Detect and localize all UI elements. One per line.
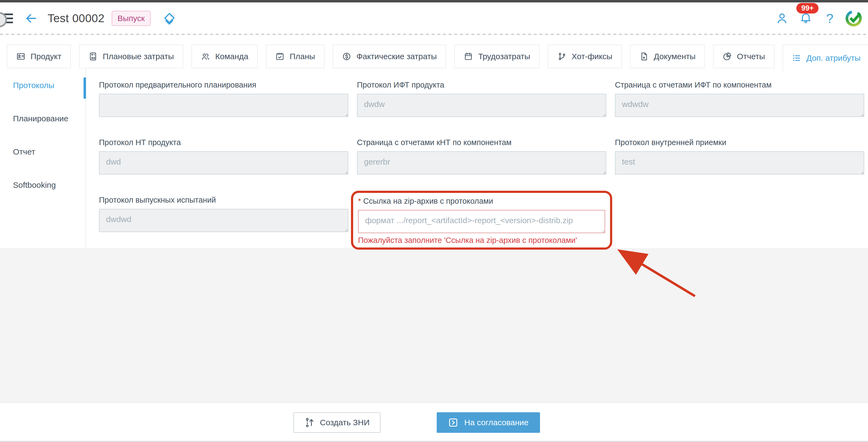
back-arrow-icon[interactable] (25, 12, 37, 24)
ift-protocol-input[interactable] (357, 94, 606, 117)
tab-product[interactable]: Продукт (7, 44, 71, 68)
calendar-check-icon (275, 52, 284, 61)
tab-documents[interactable]: Документы (630, 44, 705, 68)
top-strip (0, 0, 868, 2)
dollar-circle-icon (342, 52, 351, 61)
user-icon[interactable] (776, 12, 788, 25)
tab-reports[interactable]: Отчеты (713, 44, 774, 68)
calendar-icon (464, 52, 473, 61)
validation-error-message: Пожалуйста заполните 'Ссылка на zip-архи… (358, 236, 605, 245)
header: Test 00002 Выпуск 99+ ? (0, 2, 868, 34)
zip-archive-link-input[interactable] (358, 210, 605, 233)
field-nt-protocol: Протокол НТ продукта (99, 138, 348, 174)
tab-plans[interactable]: Планы (266, 44, 324, 68)
send-for-approval-button[interactable]: На согласование (437, 412, 540, 433)
field-knt-reports-page: Страница с отчетами кНТ по компонентам (357, 138, 606, 174)
tab-labor-costs[interactable]: Трудозатраты (454, 44, 539, 68)
annotation-arrow (606, 243, 709, 305)
tag-icon[interactable] (163, 12, 176, 25)
tab-bar: Продукт Плановые затраты Команда (0, 44, 868, 72)
ift-reports-page-input[interactable] (615, 94, 864, 117)
sidebar-item-planning[interactable]: Планирование (0, 114, 86, 147)
forward-chevron-icon (448, 417, 458, 428)
sidebar-item-protocols[interactable]: Протоколы (0, 81, 86, 114)
notification-count-badge: 99+ (796, 3, 818, 13)
divider-dashed (0, 34, 868, 35)
bottom-edge (0, 441, 868, 442)
sidebar-item-softbooking[interactable]: Softbooking (0, 180, 86, 214)
tab-actual-costs[interactable]: Фактические затраты (333, 44, 446, 68)
field-zip-archive-link: *Ссылка на zip-архив с протоколами Пожал… (357, 196, 606, 245)
pie-chart-icon (722, 52, 732, 61)
notifications-bell-icon[interactable]: 99+ (800, 12, 812, 25)
status-badge: Выпуск (112, 11, 151, 26)
preplanning-protocol-input[interactable] (99, 94, 348, 117)
attributes-form: Протокол предварительного планирования П… (86, 68, 868, 248)
tab-hotfixes[interactable]: Хот-фиксы (548, 44, 622, 68)
field-internal-acceptance-protocol: Протокол внутренней приемки (615, 138, 864, 174)
calculator-icon (88, 52, 98, 61)
knt-reports-page-input[interactable] (357, 151, 606, 174)
help-icon[interactable]: ? (826, 11, 833, 26)
page-background (0, 248, 868, 402)
page-title: Test 00002 (48, 12, 105, 25)
field-ift-protocol: Протокол ИФТ продукта (357, 80, 606, 117)
content-panel: Протоколы Планирование Отчет Softbooking… (0, 68, 868, 248)
tab-planned-costs[interactable]: Плановые затраты (79, 44, 183, 68)
field-preplanning-protocol: Протокол предварительного планирования (99, 80, 348, 117)
create-zni-button[interactable]: Создать ЗНИ (293, 412, 380, 433)
footer: Создать ЗНИ На согласование (0, 402, 868, 442)
document-plus-icon (640, 52, 649, 61)
create-request-icon (304, 417, 314, 428)
sidebar-item-report[interactable]: Отчет (0, 147, 86, 180)
nt-protocol-input[interactable] (99, 151, 348, 174)
release-tests-protocol-input[interactable] (99, 209, 348, 232)
people-icon (201, 52, 210, 61)
sidebar: Протоколы Планирование Отчет Softbooking (0, 68, 86, 248)
field-release-tests-protocol: Протокол выпускных испытаний (99, 196, 348, 245)
tab-team[interactable]: Команда (191, 44, 258, 68)
tab-additional-attributes[interactable]: Доп. атрибуты (782, 44, 868, 71)
error-highlight-box: *Ссылка на zip-архив с протоколами Пожал… (351, 191, 612, 250)
empty-cell (615, 196, 864, 245)
id-card-icon (16, 52, 25, 61)
required-mark: * (358, 197, 361, 205)
list-icon (792, 54, 801, 63)
internal-acceptance-protocol-input[interactable] (615, 151, 864, 174)
field-ift-reports-page: Страница с отчетами ИФТ по компонентам (615, 80, 864, 117)
git-branch-icon (557, 52, 566, 61)
sber-logo (845, 9, 863, 27)
